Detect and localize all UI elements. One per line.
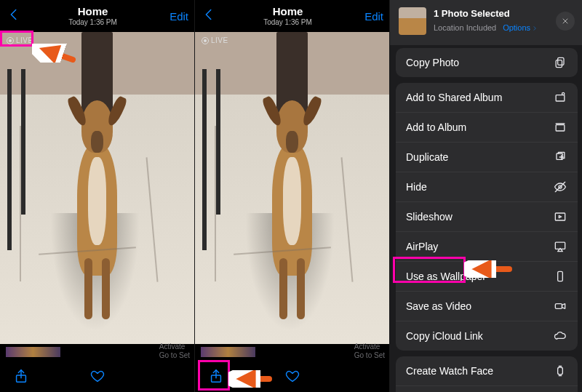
- shared-album-icon: [553, 90, 567, 105]
- row-wallpaper[interactable]: Use as Wallpaper: [396, 261, 578, 291]
- phone-right: 1 Photo Selected Location Included Optio…: [389, 0, 582, 392]
- row-airplay[interactable]: AirPlay: [396, 231, 578, 261]
- share-sheet: 1 Photo Selected Location Included Optio…: [390, 0, 582, 392]
- share-title: 1 Photo Selected: [434, 8, 549, 20]
- chevron-left-icon: [201, 7, 217, 23]
- share-subtitle: Location Included: [434, 23, 496, 32]
- back-button[interactable]: [201, 7, 217, 25]
- row-label: Duplicate: [406, 151, 448, 163]
- nav-subtitle: Today 1:36 PM: [263, 18, 312, 26]
- svg-rect-8: [556, 95, 565, 101]
- svg-rect-10: [556, 125, 565, 131]
- share-button[interactable]: [13, 368, 29, 384]
- phone-middle: Home Today 1:36 PM Edit LIVE ActivateGo …: [194, 0, 389, 392]
- share-icon: [208, 368, 224, 384]
- row-copy-photo[interactable]: Copy Photo: [396, 48, 578, 77]
- row-hide[interactable]: Hide: [396, 172, 578, 201]
- row-label: AirPlay: [406, 241, 438, 252]
- share-thumbnail: [399, 7, 426, 35]
- row-label: Add to Album: [406, 121, 466, 133]
- icloud-icon: [553, 329, 567, 343]
- svg-rect-24: [558, 367, 563, 375]
- favorite-button[interactable]: [284, 368, 300, 384]
- nav-title: Home Today 1:36 PM: [263, 6, 312, 26]
- row-label: Create Watch Face: [406, 365, 493, 377]
- phone-left: Home Today 1:36 PM Edit LIVE ActivateGo …: [0, 0, 194, 392]
- svg-rect-22: [555, 304, 562, 309]
- nav-title: Home Today 1:36 PM: [68, 6, 117, 26]
- row-label: Use as Wallpaper: [406, 271, 486, 282]
- svg-rect-21: [558, 271, 563, 281]
- duplicate-icon: [553, 150, 567, 164]
- svg-point-9: [562, 92, 565, 95]
- share-button[interactable]: [208, 368, 224, 384]
- edit-button[interactable]: Edit: [359, 10, 383, 23]
- share-menu[interactable]: Copy Photo Add to Shared Album Add to Al…: [390, 45, 582, 392]
- row-slideshow[interactable]: Slideshow: [396, 201, 578, 231]
- row-label: Save as Video: [406, 300, 471, 312]
- photo-area[interactable]: LIVE: [0, 32, 194, 344]
- hide-icon: [553, 180, 567, 194]
- live-badge[interactable]: LIVE: [198, 35, 232, 46]
- heart-icon: [89, 368, 105, 384]
- options-button[interactable]: Options: [503, 23, 538, 33]
- live-icon: [7, 37, 14, 44]
- copy-icon: [553, 55, 567, 70]
- heart-icon: [284, 368, 300, 384]
- viewer-topbar: Home Today 1:36 PM Edit: [0, 0, 194, 32]
- chevron-left-icon: [6, 7, 22, 23]
- svg-rect-17: [555, 213, 565, 220]
- viewer-topbar: Home Today 1:36 PM Edit: [195, 0, 389, 32]
- airplay-icon: [553, 239, 567, 254]
- favorite-button[interactable]: [89, 368, 105, 384]
- row-watch-face[interactable]: Create Watch Face: [396, 356, 578, 385]
- nav-subtitle: Today 1:36 PM: [68, 18, 117, 26]
- bottom-toolbar: ActivateGo to Set: [0, 360, 194, 392]
- svg-rect-7: [556, 60, 562, 68]
- share-icon: [13, 368, 29, 384]
- close-button[interactable]: [556, 12, 575, 31]
- tutorial-composite: Home Today 1:36 PM Edit LIVE ActivateGo …: [0, 0, 582, 392]
- back-button[interactable]: [6, 7, 22, 25]
- wallpaper-icon: [553, 269, 567, 284]
- live-label: LIVE: [211, 36, 228, 44]
- row-duplicate[interactable]: Duplicate: [396, 142, 578, 172]
- close-icon: [561, 17, 570, 25]
- watch-icon: [553, 364, 567, 378]
- bottom-toolbar: ActivateGo to Set: [195, 360, 389, 392]
- row-label: Copy iCloud Link: [406, 330, 483, 342]
- share-header: 1 Photo Selected Location Included Optio…: [390, 0, 582, 45]
- row-add-shared-album[interactable]: Add to Shared Album: [396, 83, 578, 112]
- live-label: LIVE: [16, 36, 33, 44]
- nav-title-text: Home: [68, 6, 117, 18]
- live-icon: [202, 37, 209, 44]
- album-icon: [553, 120, 567, 135]
- svg-marker-18: [559, 215, 561, 217]
- svg-rect-6: [558, 57, 564, 65]
- photo-area[interactable]: LIVE: [195, 32, 389, 344]
- watermark: ActivateGo to Set: [354, 343, 385, 360]
- row-label: Slideshow: [406, 211, 453, 223]
- photo-content: [0, 32, 194, 344]
- row-save-video[interactable]: Save as Video: [396, 291, 578, 321]
- row-label: Add to Shared Album: [406, 92, 502, 103]
- row-add-album[interactable]: Add to Album: [396, 112, 578, 142]
- nav-title-text: Home: [263, 6, 312, 18]
- chevron-right-icon: [532, 25, 538, 31]
- slideshow-icon: [553, 209, 567, 224]
- photo-content: [195, 32, 389, 344]
- svg-marker-23: [562, 304, 565, 309]
- row-copy-icloud[interactable]: Copy iCloud Link: [396, 321, 578, 351]
- row-label: Hide: [406, 181, 427, 193]
- edit-button[interactable]: Edit: [164, 10, 188, 23]
- watermark: ActivateGo to Set: [159, 343, 190, 360]
- live-badge[interactable]: LIVE: [3, 35, 37, 46]
- video-icon: [553, 299, 567, 313]
- row-label: Copy Photo: [406, 57, 459, 68]
- row-save-files[interactable]: Save to Files: [396, 385, 578, 392]
